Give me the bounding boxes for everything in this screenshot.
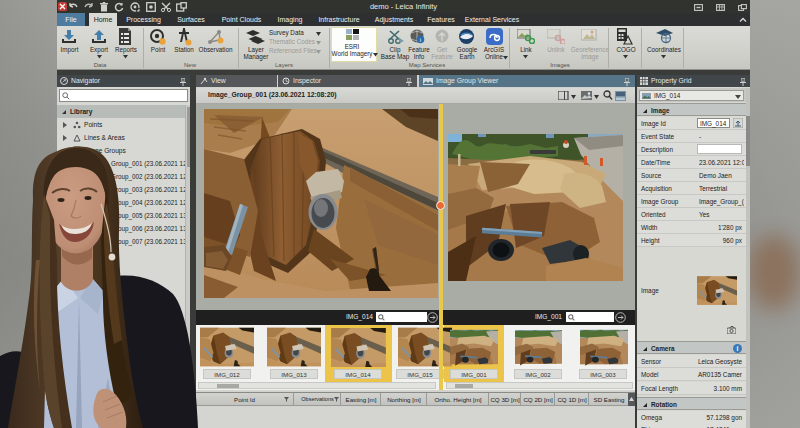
svg-text:i: i bbox=[420, 37, 421, 43]
